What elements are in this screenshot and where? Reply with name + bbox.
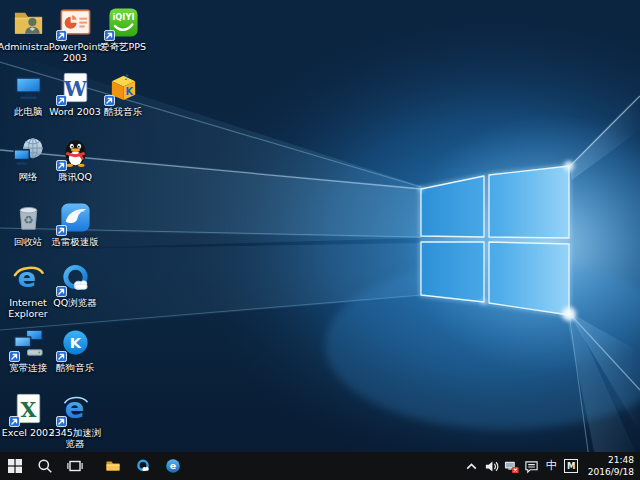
notifications-button[interactable] [521,452,541,480]
recycle-bin-icon: ♻ [12,201,45,234]
desktop-icon-kuwo-music[interactable]: K ♪ 酷我音乐 [92,71,154,117]
ime-mode-m-icon: M [564,459,578,473]
svg-text:♪: ♪ [123,73,128,82]
2345-browser-task-button[interactable]: e [158,452,188,480]
shortcut-arrow-icon [104,30,115,41]
qq-browser-icon [135,458,151,474]
start-button[interactable] [0,452,30,480]
2345-browser-icon: e [59,392,92,425]
search-icon [37,458,53,474]
desktop-icon-thunder-speed[interactable]: 迅雷极速版 [44,201,106,247]
message-bubble-icon [524,459,539,474]
iqiyi-pps-icon: iQIYI [107,6,140,39]
desktop-icon-label: 酷我音乐 [104,106,142,117]
word-2003-icon: W [59,71,92,104]
task-view-button[interactable] [60,452,90,480]
taskbar-clock[interactable]: 21:48 2016/9/18 [581,454,638,478]
desktop-icon-label: QQ浏览器 [53,297,96,308]
shortcut-arrow-icon [56,30,67,41]
ime-language-button[interactable]: 中 [541,452,562,480]
administrator-folder-icon [12,6,45,39]
kugou-music-icon: K [59,327,92,360]
desktop-icon-label: 网络 [19,171,38,182]
tray-icons: 中M [461,452,581,480]
network-disconnected-icon [504,459,519,474]
shortcut-arrow-icon [56,416,67,427]
volume-button[interactable] [481,452,501,480]
windows-desktop-screen: Administra... PowerPoint 2003 iQIYI 爱奇艺P… [0,0,640,480]
clock-date: 2016/9/18 [588,466,634,478]
qq-browser-task-button[interactable] [128,452,158,480]
taskbar-buttons: e [0,452,188,480]
system-tray: 中M 21:48 2016/9/18 [461,452,640,480]
chevron-up-icon [464,459,479,474]
file-explorer-folder-icon [105,458,121,474]
desktop-icon-iqiyi-pps[interactable]: iQIYI 爱奇艺PPS [92,6,154,52]
qq-browser-icon [59,262,92,295]
this-pc-icon [12,71,45,104]
taskbar: e 中M 21:48 2016/9/18 [0,452,640,480]
ime-mode-button[interactable]: M [562,452,581,480]
desktop-icon-label: 此电脑 [14,106,43,117]
svg-text:♻: ♻ [23,213,33,227]
desktop-icon-label: 腾讯QQ [58,171,92,182]
clock-time: 21:48 [588,454,634,466]
windows-start-icon [7,458,23,474]
desktop-icon-tencent-qq[interactable]: 腾讯QQ [44,136,106,182]
tencent-qq-icon [59,136,92,169]
network-status-button[interactable] [501,452,521,480]
search-button[interactable] [30,452,60,480]
desktop-icon-qq-browser[interactable]: QQ浏览器 [44,262,106,308]
excel-2003-icon: X [12,392,45,425]
desktop[interactable]: Administra... PowerPoint 2003 iQIYI 爱奇艺P… [0,0,640,452]
2345-browser-icon: e [165,458,181,474]
desktop-icon-label: 迅雷极速版 [51,236,99,247]
svg-text:iQIYI: iQIYI [112,12,134,22]
shortcut-arrow-icon [9,416,20,427]
svg-text:K: K [69,334,81,351]
ime-chinese-icon: 中 [544,460,560,472]
svg-text:K: K [125,86,133,97]
shortcut-arrow-icon [9,351,20,362]
speaker-icon [484,459,499,474]
svg-text:e: e [170,460,176,471]
file-explorer-button[interactable] [98,452,128,480]
shortcut-arrow-icon [56,160,67,171]
desktop-icon-label: 宽带连接 [9,362,47,373]
desktop-icon-label: 爱奇艺PPS [100,41,146,52]
desktop-icon-label: 酷狗音乐 [56,362,94,373]
kuwo-music-icon: K ♪ [107,71,140,104]
network-icon [12,136,45,169]
internet-explorer-icon: e [12,262,45,295]
thunder-speed-icon [59,201,92,234]
desktop-icon-label: 2345加速浏览器 [44,427,106,450]
shortcut-arrow-icon [56,286,67,297]
shortcut-arrow-icon [56,95,67,106]
hidden-icons-button[interactable] [461,452,481,480]
desktop-icon-2345-browser[interactable]: e 2345加速浏览器 [44,392,106,450]
svg-text:X: X [20,398,36,422]
shortcut-arrow-icon [56,351,67,362]
task-view-icon [67,458,83,474]
desktop-icon-label: 回收站 [14,236,43,247]
shortcut-arrow-icon [104,95,115,106]
shortcut-arrow-icon [56,225,67,236]
desktop-icon-kugou-music[interactable]: K 酷狗音乐 [44,327,106,373]
broadband-connection-icon [12,327,45,360]
powerpoint-2003-icon [59,6,92,39]
